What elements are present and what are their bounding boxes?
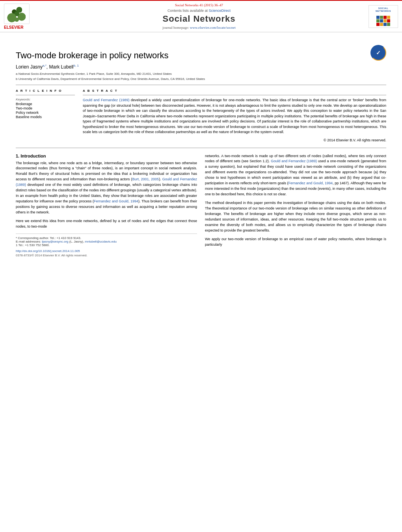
email1-name: (L. Jasny), (69, 240, 84, 243)
crossmark-badge: ✓ (370, 45, 386, 61)
article-title: Two-mode brokerage in policy networks (16, 50, 169, 61)
elsevier-tree-image (4, 4, 30, 24)
affiliation-b: b University of California Davis, Depart… (16, 77, 386, 81)
abstract-body: developed a widely used operationalizati… (83, 98, 386, 134)
abstract-panel: A B S T R A C T Gould and Fernandez (198… (83, 89, 386, 142)
article-info-heading: A R T I C L E I N F O (16, 89, 75, 93)
section1-right-para3: We apply our two-mode version of brokera… (205, 237, 386, 248)
copyright-notice: © 2014 Elsevier B.V. All rights reserved… (83, 138, 386, 142)
footnotes: * Corresponding author. Tel.: +1 410 919… (16, 234, 197, 257)
main-body: 1. Introduction The brokerage role, wher… (16, 154, 386, 257)
ref-fernandez-gould-right[interactable]: Fernandez and Gould, 1994 (288, 181, 333, 185)
email2-link[interactable]: mnlubell@ucdavis.edu (85, 240, 117, 243)
author2-sup: b, 1 (74, 64, 79, 67)
body-col-right: networks. A two-mode network is made up … (205, 154, 386, 257)
journal-volume: Social Networks 41 (2015) 36–47 (30, 3, 368, 7)
section1-para2: Here we extend this idea from one-mode n… (16, 219, 197, 230)
section1-right-para1: networks. A two-mode network is made up … (205, 154, 386, 198)
section1-para1: The brokerage role, where one node acts … (16, 161, 197, 215)
author1-sup: a,* (43, 64, 47, 67)
section1-title: 1. Introduction (16, 154, 197, 158)
ref-gould-fernandez-right[interactable]: Gould and Fernandez (1989) (271, 159, 317, 163)
svg-text:✓: ✓ (376, 50, 381, 56)
abstract-text: Gould and Fernandez (1989) developed a w… (83, 98, 386, 135)
doi-link-container: http://dx.doi.org/10.1016/j.socnet.2014.… (16, 249, 197, 253)
keyword-3: Policy network (16, 111, 75, 115)
info-abstract-row: A R T I C L E I N F O Keywords: Brokerag… (16, 89, 386, 142)
elsevier-logo: ELSEVIER (4, 4, 30, 30)
doi-link[interactable]: http://dx.doi.org/10.1016/j.socnet.2014.… (16, 249, 80, 253)
footnote-corresponding: * Corresponding author. Tel.: +1 410 919… (16, 236, 197, 240)
section1-heading: Introduction (20, 154, 46, 158)
ref-burt[interactable]: Burt, 2001, 2005 (132, 177, 159, 181)
abstract-ref-gould[interactable]: Gould and Fernandez (1989) (83, 98, 130, 102)
sciencedirect-link[interactable]: ScienceDirect (209, 9, 231, 13)
journal-header: ELSEVIER Social Networks 41 (2015) 36–47… (0, 0, 402, 32)
divider-1 (16, 85, 386, 85)
issn-text: 0378-8733/© 2014 Elsevier B.V. All right… (16, 254, 197, 257)
author2-name: , Mark Lubell (47, 64, 74, 70)
homepage-label: journal homepage: (162, 26, 189, 30)
divider-2 (16, 148, 386, 148)
footnote-tel2: 1 Tel.: +1 530 752 5880. (16, 243, 197, 247)
affiliation-a: a National Socio-Environmental Synthesis… (16, 72, 386, 76)
article-content: Two-mode brokerage in policy networks ✓ … (0, 32, 402, 261)
keyword-4: Baseline models (16, 115, 75, 119)
contents-available-label: Contents lists available at (168, 9, 208, 13)
email-label: E-mail addresses: (16, 240, 41, 243)
keywords-label: Keywords: (16, 98, 75, 101)
title-row: Two-mode brokerage in policy networks ✓ (16, 43, 386, 64)
footnote-emails: E-mail addresses: ljasny@sesync.org (L. … (16, 240, 197, 243)
ref-gould-fernandez-body[interactable]: Gould and Fernandez (1989) (16, 177, 197, 187)
elsevier-text: ELSEVIER (4, 25, 23, 30)
abstract-heading: A B S T R A C T (83, 89, 386, 93)
section1-right-para2: The method developed in this paper permi… (205, 200, 386, 234)
article-info-panel: A R T I C L E I N F O Keywords: Brokerag… (16, 89, 75, 142)
author1-name: Lorien Jasny (16, 64, 43, 70)
ref-fernandez-gould[interactable]: Fernandez and Gould, 1994 (94, 199, 138, 203)
journal-header-center: Social Networks 41 (2015) 36–47 Contents… (30, 3, 368, 30)
authors-line: Lorien Jasnya,*, Mark Lubellb, 1 (16, 64, 386, 70)
homepage-link[interactable]: www.elsevier.com/locate/socnet (190, 26, 236, 30)
keyword-1: Brokerage (16, 102, 75, 106)
sn-logo-grid (376, 16, 390, 26)
journal-homepage: journal homepage: www.elsevier.com/locat… (30, 26, 368, 30)
section1-number: 1. (16, 154, 19, 158)
social-networks-logo: SOCIALNETWORKS (368, 5, 398, 28)
body-col-left: 1. Introduction The brokerage role, wher… (16, 154, 197, 257)
email1-link[interactable]: ljasny@sesync.org (42, 240, 68, 243)
journal-title: Social Networks (30, 14, 368, 24)
keyword-2: Two-mode (16, 106, 75, 110)
